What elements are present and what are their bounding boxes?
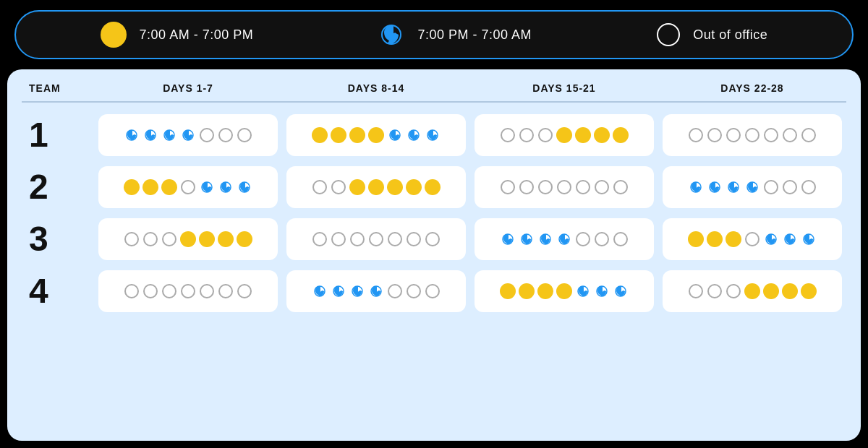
team-number-3: 3: [22, 222, 94, 257]
table-row: 3: [22, 218, 846, 260]
cell-team4-week3: [475, 270, 654, 312]
cell-team4-week2: [286, 270, 466, 312]
sym-moon: [763, 231, 779, 247]
sun-icon: [101, 22, 127, 48]
sym-ooo: [537, 179, 553, 195]
cell-team1-week2: [286, 114, 466, 156]
sym-sun: [688, 231, 704, 247]
sym-ooo: [594, 179, 610, 195]
sym-ooo: [406, 283, 422, 299]
sym-ooo: [575, 231, 591, 247]
sym-ooo: [124, 283, 140, 299]
sym-moon: [801, 231, 817, 247]
cell-team2-week1: [98, 166, 278, 208]
sym-ooo: [575, 179, 591, 195]
sym-ooo: [801, 179, 817, 195]
sym-sun: [387, 179, 403, 195]
sym-sun: [142, 179, 158, 195]
sym-moon: [312, 283, 328, 299]
sym-ooo: [142, 231, 158, 247]
sym-sun: [519, 283, 535, 299]
legend-night: 7:00 PM - 7:00 AM: [378, 22, 532, 48]
legend-bar: 7:00 AM - 7:00 PM 7:00 PM - 7:00 AM Out …: [14, 10, 854, 59]
sym-moon: [425, 127, 441, 143]
sym-sun: [312, 127, 328, 143]
sym-ooo: [237, 283, 252, 299]
sym-sun: [199, 231, 215, 247]
sym-ooo: [726, 283, 741, 299]
sym-ooo: [312, 179, 328, 195]
sym-moon: [613, 283, 629, 299]
sym-ooo: [349, 231, 365, 247]
sym-sun: [744, 283, 760, 299]
sym-ooo: [537, 127, 553, 143]
sym-ooo: [688, 127, 704, 143]
sym-ooo: [594, 231, 610, 247]
sym-sun: [613, 127, 629, 143]
sym-moon: [406, 127, 422, 143]
col-header-days8-14: DAYS 8-14: [282, 82, 470, 94]
col-header-days15-21: DAYS 15-21: [470, 82, 658, 94]
col-header-team: TEAM: [22, 82, 94, 94]
sym-moon: [142, 127, 158, 143]
sym-ooo: [331, 179, 346, 195]
sym-sun: [368, 127, 384, 143]
sym-ooo: [331, 231, 346, 247]
sym-sun: [537, 283, 553, 299]
sym-sun: [331, 127, 346, 143]
sym-moon: [575, 283, 591, 299]
sym-moon: [349, 283, 365, 299]
legend-ooo-label: Out of office: [693, 27, 767, 43]
cell-team1-week1: [98, 114, 278, 156]
sym-moon: [124, 127, 140, 143]
sym-ooo: [124, 231, 140, 247]
sym-moon: [387, 127, 403, 143]
sym-sun: [406, 179, 422, 195]
legend-ooo: Out of office: [657, 23, 767, 46]
legend-day: 7:00 AM - 7:00 PM: [101, 22, 254, 48]
table-body: 1 2: [22, 114, 846, 312]
moon-icon: [378, 22, 404, 48]
cell-team3-week4: [663, 218, 842, 260]
team-number-2: 2: [22, 170, 94, 204]
sym-ooo: [142, 283, 158, 299]
cell-team2-week3: [475, 166, 654, 208]
sym-ooo: [425, 283, 441, 299]
cell-team3-week2: [286, 218, 466, 260]
sym-moon: [688, 179, 704, 195]
sym-ooo: [387, 283, 403, 299]
sym-sun: [349, 179, 365, 195]
sym-ooo: [556, 179, 572, 195]
table-row: 4: [22, 270, 846, 312]
col-header-days22-28: DAYS 22-28: [658, 82, 846, 94]
cell-team4-week1: [98, 270, 278, 312]
sym-ooo: [707, 283, 723, 299]
sym-ooo: [180, 283, 196, 299]
sym-ooo: [688, 283, 704, 299]
sym-moon: [726, 179, 741, 195]
sym-sun: [575, 127, 591, 143]
sym-ooo: [763, 179, 779, 195]
ooo-icon: [657, 23, 680, 46]
sym-ooo: [368, 231, 384, 247]
sym-moon: [237, 179, 252, 195]
sym-sun: [124, 179, 140, 195]
team-number-1: 1: [22, 118, 94, 152]
sym-sun: [726, 231, 741, 247]
cell-team2-week2: [286, 166, 466, 208]
cell-team1-week3: [475, 114, 654, 156]
sym-sun: [782, 283, 798, 299]
sym-sun: [425, 179, 441, 195]
sym-moon: [368, 283, 384, 299]
sym-ooo: [744, 231, 760, 247]
sym-ooo: [180, 179, 196, 195]
sym-ooo: [613, 179, 629, 195]
table-row: 1: [22, 114, 846, 156]
main-content: TEAM DAYS 1-7 DAYS 8-14 DAYS 15-21 DAYS …: [7, 69, 861, 441]
sym-ooo: [782, 127, 798, 143]
sym-moon: [500, 231, 516, 247]
sym-ooo: [763, 127, 779, 143]
sym-ooo: [519, 179, 535, 195]
sym-ooo: [312, 231, 328, 247]
sym-ooo: [161, 231, 177, 247]
